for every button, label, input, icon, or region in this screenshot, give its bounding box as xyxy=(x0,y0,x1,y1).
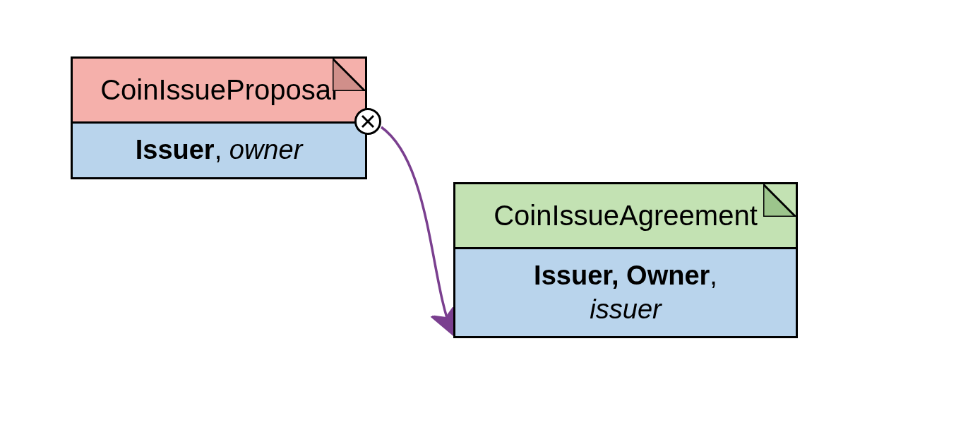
observer-label: issuer xyxy=(590,294,661,324)
signatory-label: Issuer, Owner xyxy=(534,261,710,290)
node-parties: Issuer, owner xyxy=(73,124,365,177)
node-header: CoinIssueAgreement xyxy=(455,184,796,249)
page-fold-icon xyxy=(333,59,365,91)
node-title: CoinIssueAgreement xyxy=(494,200,758,231)
consuming-choice-icon xyxy=(354,108,381,135)
node-coin-issue-proposal: CoinIssueProposal Issuer, owner xyxy=(71,56,367,179)
separator: , xyxy=(215,135,229,165)
observer-label: owner xyxy=(229,135,303,165)
node-parties: Issuer, Owner, issuer xyxy=(455,249,796,336)
page-fold-icon xyxy=(763,184,796,217)
separator: , xyxy=(710,261,717,290)
node-coin-issue-agreement: CoinIssueAgreement Issuer, Owner, issuer xyxy=(453,182,798,338)
node-title: CoinIssueProposal xyxy=(100,74,337,105)
signatory-label: Issuer xyxy=(136,135,215,165)
diagram-canvas: CoinIssueProposal Issuer, owner CoinIssu… xyxy=(0,0,980,442)
node-header: CoinIssueProposal xyxy=(73,59,365,124)
